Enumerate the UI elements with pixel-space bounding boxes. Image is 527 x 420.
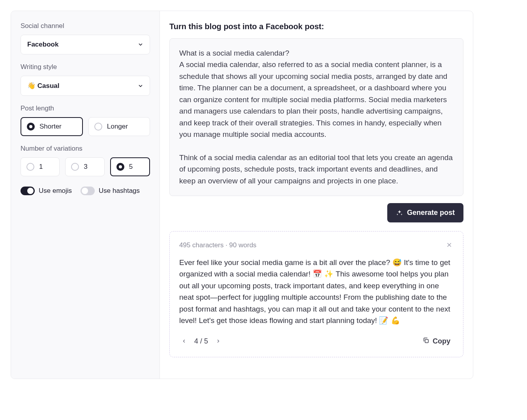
chevron-down-icon [138, 42, 143, 47]
pager: 4 / 5 [179, 337, 223, 345]
switch-icon [21, 187, 35, 195]
social-channel-select[interactable]: Facebook [21, 35, 150, 54]
variations-1[interactable]: 1 [21, 157, 60, 176]
result-meta: 495 characters · 90 words [179, 241, 257, 249]
app-container: Social channel Facebook Writing style 👋 … [11, 11, 473, 379]
variations-3[interactable]: 3 [65, 157, 104, 176]
svg-rect-2 [425, 339, 428, 342]
writing-style-value: Casual [38, 82, 60, 90]
blog-input[interactable]: What is a social media calendar? A socia… [169, 38, 463, 196]
copy-label: Copy [433, 337, 450, 345]
pager-next-button[interactable] [214, 337, 223, 345]
writing-style-select[interactable]: 👋 Casual [21, 76, 150, 96]
chevron-down-icon [138, 83, 143, 89]
post-length-shorter[interactable]: Shorter [21, 117, 83, 136]
sidebar: Social channel Facebook Writing style 👋 … [11, 11, 160, 379]
variations-option-label: 5 [129, 163, 133, 171]
post-length-label: Post length [21, 105, 150, 112]
toggle-hashtags[interactable]: Use hashtags [81, 187, 140, 195]
switch-icon [81, 187, 95, 195]
radio-icon [71, 163, 79, 171]
post-length-option-label: Shorter [39, 123, 62, 131]
variations-5[interactable]: 5 [110, 157, 150, 176]
radio-icon [116, 163, 124, 171]
generate-post-button[interactable]: Generate post [387, 203, 463, 222]
copy-icon [422, 337, 429, 346]
post-length-option-label: Longer [107, 123, 128, 131]
close-icon[interactable] [445, 240, 454, 250]
toggle-emojis-label: Use emojis [39, 187, 72, 195]
pager-total: 5 [204, 337, 208, 345]
main-panel: Turn this blog post into a Facebook post… [160, 11, 473, 379]
variations-option-label: 1 [39, 163, 43, 171]
toggles-row: Use emojis Use hashtags [21, 187, 150, 195]
result-footer: 4 / 5 Copy [179, 334, 454, 348]
sparkle-icon [396, 209, 403, 217]
toggle-emojis[interactable]: Use emojis [21, 187, 72, 195]
social-channel-label: Social channel [21, 22, 150, 30]
radio-icon [26, 163, 34, 171]
wave-emoji: 👋 [27, 82, 36, 90]
pager-position: 4 / 5 [194, 337, 208, 345]
variations-option-label: 3 [84, 163, 87, 171]
radio-icon [94, 123, 102, 131]
post-length-options: Shorter Longer [21, 117, 150, 136]
variations-label: Number of variations [21, 145, 150, 153]
result-text: Ever feel like your social media game is… [179, 257, 454, 327]
pager-prev-button[interactable] [179, 337, 189, 345]
writing-style-value-wrap: 👋 Casual [27, 82, 59, 90]
radio-icon [27, 123, 35, 131]
blog-input-wrap: What is a social media calendar? A socia… [169, 38, 463, 196]
pager-current: 4 [194, 337, 198, 345]
variations-options: 1 3 5 [21, 157, 150, 176]
copy-button[interactable]: Copy [419, 334, 454, 348]
social-channel-value: Facebook [27, 41, 58, 49]
writing-style-label: Writing style [21, 63, 150, 71]
generate-post-label: Generate post [407, 209, 455, 217]
generate-row: Generate post [169, 203, 463, 222]
result-card: 495 characters · 90 words Ever feel like… [169, 231, 463, 357]
toggle-hashtags-label: Use hashtags [99, 187, 140, 195]
post-length-longer[interactable]: Longer [88, 117, 150, 136]
page-title: Turn this blog post into a Facebook post… [169, 22, 463, 31]
result-meta-row: 495 characters · 90 words [179, 240, 454, 250]
